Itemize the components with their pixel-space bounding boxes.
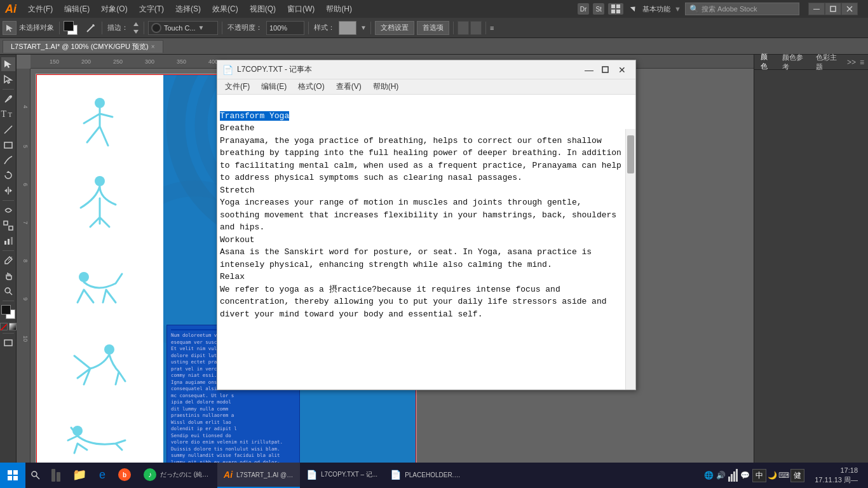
align-right-icon[interactable]: [470, 21, 482, 35]
type-tool[interactable]: T T: [1, 107, 15, 121]
svg-rect-26: [4, 241, 6, 245]
eyedropper-tool[interactable]: [1, 254, 15, 268]
np-menu-view[interactable]: 查看(V): [331, 80, 367, 93]
scale-tool[interactable]: [1, 219, 15, 233]
document-tab[interactable]: L7START_1.AI* @ 100% (CMYK/GPU 预览) ×: [3, 40, 163, 53]
color-swatches[interactable]: [1, 305, 15, 320]
gradient-swatch[interactable]: [9, 323, 17, 330]
np-menu-file[interactable]: 文件(F): [220, 80, 255, 93]
pen-tool[interactable]: [1, 92, 15, 106]
taskbar-edge[interactable]: e: [93, 463, 112, 488]
ime-chinese-indicator[interactable]: 中: [752, 469, 766, 482]
rotate-tool[interactable]: [1, 168, 15, 182]
np-menu-edit[interactable]: 编辑(E): [256, 80, 292, 93]
panel-expand-icon[interactable]: >>: [847, 58, 856, 67]
screen-mode-button[interactable]: [1, 336, 15, 350]
notepad-body-text: Breathe Pranayama, the yoga practice of …: [220, 123, 621, 319]
start-button[interactable]: [0, 463, 25, 488]
warp-tool[interactable]: [1, 203, 15, 217]
stock-icon[interactable]: St: [593, 3, 604, 15]
preferences-button[interactable]: 首选项: [417, 21, 449, 35]
scrollbar-thumb[interactable]: [627, 135, 634, 173]
search-stock-field[interactable]: 🔍 搜索 Adobe Stock: [685, 3, 799, 15]
arrow-icon[interactable]: [627, 3, 639, 15]
stroke-label: 描边：: [106, 23, 130, 32]
svg-rect-68: [8, 476, 12, 480]
task-view-button[interactable]: [46, 463, 66, 488]
taskbar-search-button[interactable]: [25, 463, 46, 488]
zoom-tool[interactable]: [1, 284, 15, 298]
taskbar-illustrator[interactable]: Ai L7START_1.AI @ ...: [217, 463, 300, 488]
line-tool[interactable]: [1, 123, 15, 137]
taskbar-notepad2[interactable]: 📄 PLACEHOLDER.TX...: [384, 463, 468, 488]
main-content: T T: [0, 55, 868, 470]
svg-text:9: 9: [22, 297, 29, 301]
svg-rect-69: [13, 476, 18, 480]
hand-tool[interactable]: [1, 269, 15, 283]
graph-tool[interactable]: [1, 234, 15, 248]
brush-tool[interactable]: [1, 153, 15, 167]
svg-line-18: [4, 126, 12, 133]
fill-stroke-color[interactable]: [64, 21, 81, 35]
taskbar-brave[interactable]: b: [112, 463, 137, 488]
menu-help[interactable]: 帮助(H): [321, 3, 357, 16]
panel-menu-icon[interactable]: ≡: [860, 58, 864, 67]
align-left-icon[interactable]: [458, 21, 469, 35]
notepad-minimize-button[interactable]: —: [581, 64, 597, 76]
ime-moon-indicator[interactable]: 🌙: [768, 471, 777, 480]
chat-icon[interactable]: 💬: [740, 471, 750, 480]
menu-effect[interactable]: 效果(C): [207, 3, 243, 16]
taskbar-explorer[interactable]: 📁: [66, 463, 93, 488]
menu-window[interactable]: 窗口(W): [282, 3, 320, 16]
svg-marker-14: [4, 60, 11, 68]
notification-area-button[interactable]: [863, 463, 868, 488]
menu-edit[interactable]: 编辑(E): [59, 3, 95, 16]
none-swatch[interactable]: [0, 323, 8, 330]
np-menu-format[interactable]: 格式(O): [293, 80, 329, 93]
tab-title: L7START_1.AI* @ 100% (CMYK/GPU 预览): [11, 42, 149, 51]
ime-jp-indicator[interactable]: 健: [790, 469, 804, 482]
network-icon[interactable]: 🌐: [704, 471, 714, 480]
rect-tool[interactable]: [1, 138, 15, 152]
notepad-scrollbar[interactable]: [625, 129, 635, 390]
taskbar-music[interactable]: ♪ だったのに (純音...: [137, 463, 217, 488]
svg-rect-33: [4, 340, 12, 346]
taskbar-notepad1[interactable]: 📄 L7COPY.TXT – 记...: [300, 463, 384, 488]
notepad-restore-button[interactable]: [597, 64, 614, 76]
brush-tool-icon[interactable]: [84, 21, 98, 35]
selected-text: Transform Yoga: [220, 111, 289, 121]
notepad-close-button[interactable]: ✕: [614, 64, 630, 76]
svg-marker-20: [6, 171, 10, 173]
style-swatch[interactable]: [339, 21, 356, 35]
opacity-field[interactable]: 100%: [266, 21, 304, 35]
menu-view[interactable]: 视图(Q): [245, 3, 281, 16]
taskbar-clock[interactable]: 17:18 17.11.13 周—: [810, 466, 863, 485]
stroke-arrows[interactable]: [132, 21, 140, 35]
select-tool[interactable]: [1, 57, 15, 71]
selection-tool-icon[interactable]: [3, 21, 17, 35]
mirror-tool[interactable]: [1, 184, 15, 198]
menu-text[interactable]: 文字(T): [134, 3, 169, 16]
tab-close-button[interactable]: ×: [151, 43, 155, 50]
close-button[interactable]: [841, 3, 858, 15]
menu-file[interactable]: 文件(F): [23, 3, 58, 16]
svg-marker-15: [4, 76, 11, 83]
svg-text:4: 4: [22, 105, 29, 108]
restore-button[interactable]: [825, 3, 841, 15]
notepad-text-area[interactable]: Transform Yoga Breathe Pranayama, the yo…: [217, 95, 635, 390]
minimize-button[interactable]: [808, 3, 825, 15]
menu-object[interactable]: 对象(O): [96, 3, 132, 16]
np-menu-help[interactable]: 帮助(H): [368, 80, 404, 93]
svg-text:10: 10: [22, 336, 29, 342]
svg-line-10: [87, 25, 93, 32]
more-options-button[interactable]: ≡: [490, 24, 494, 32]
grid-view-icon[interactable]: [608, 3, 623, 15]
volume-icon[interactable]: 🔊: [716, 471, 726, 480]
doc-settings-button[interactable]: 文档设置: [375, 21, 414, 35]
menu-select[interactable]: 选择(S): [170, 3, 206, 16]
extension-icon[interactable]: Dr: [578, 3, 589, 15]
touch-dropdown[interactable]: Touch C... ▼: [148, 21, 218, 35]
tab-bar: L7START_1.AI* @ 100% (CMYK/GPU 预览) ×: [0, 38, 868, 55]
ime-keyboard-indicator[interactable]: ⌨: [778, 471, 789, 480]
direct-select-tool[interactable]: [1, 72, 15, 86]
